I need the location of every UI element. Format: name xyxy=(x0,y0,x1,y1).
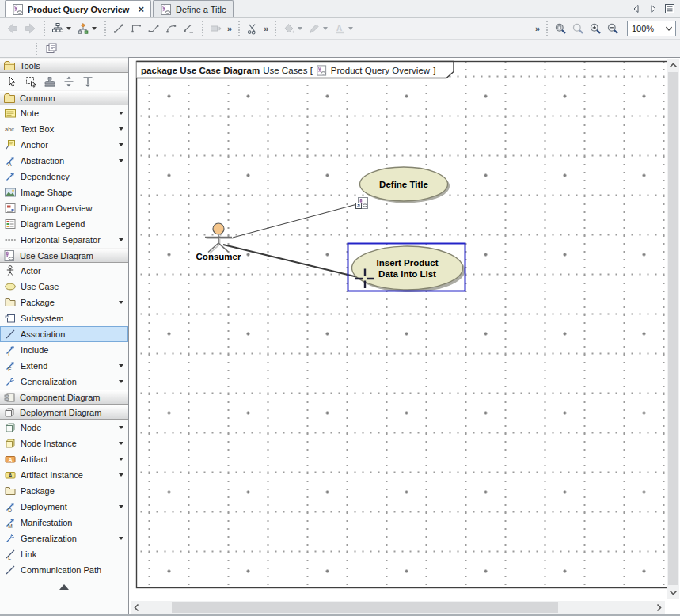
chevron-down-icon[interactable] xyxy=(119,112,123,115)
palette-section-common[interactable]: Common xyxy=(0,90,128,105)
chevron-down-icon[interactable] xyxy=(119,537,123,540)
chevron-down-icon[interactable] xyxy=(348,27,353,30)
vertical-scrollbar-thumb[interactable] xyxy=(668,72,678,585)
diagram-shortcut-icon[interactable] xyxy=(356,198,368,209)
chevron-down-icon[interactable] xyxy=(119,426,123,429)
palette-scroll-up-button[interactable] xyxy=(0,580,128,593)
scroll-tabs-right-icon[interactable] xyxy=(647,2,659,15)
scroll-tabs-left-icon[interactable] xyxy=(630,2,643,15)
line-style-oblique-button[interactable] xyxy=(110,20,127,37)
palette-item-text-box[interactable]: abc Text Box xyxy=(0,121,128,137)
palette-item-include[interactable]: I Include xyxy=(0,342,128,358)
palette-item-link[interactable]: L Link xyxy=(0,546,128,562)
toolbar-drag-handle[interactable] xyxy=(35,43,38,55)
association-line-define-title[interactable] xyxy=(233,204,357,238)
palette-item-generalization-deployment[interactable]: Generalization xyxy=(0,530,128,546)
palette-item-dependency[interactable]: Dependency xyxy=(0,169,128,184)
line-style-rectilinear-button[interactable] xyxy=(127,20,145,37)
group-select-tool-icon[interactable] xyxy=(25,75,38,89)
overflow-chevron[interactable]: » xyxy=(535,24,539,33)
line-style-bent-button[interactable] xyxy=(145,20,162,37)
palette-section-use-case-diagram[interactable]: Use Case Diagram xyxy=(0,248,128,263)
zoom-original-button[interactable] xyxy=(569,20,587,37)
scroll-down-icon[interactable] xyxy=(667,587,679,599)
chevron-down-icon[interactable] xyxy=(323,27,328,30)
actor-consumer[interactable]: Consumer xyxy=(196,223,241,261)
chevron-down-icon[interactable] xyxy=(66,27,71,30)
palette-item-subsystem[interactable]: Subsystem xyxy=(0,310,128,326)
scroll-left-icon[interactable] xyxy=(131,601,142,614)
line-style-curved-button[interactable] xyxy=(162,20,180,37)
line-color-button[interactable] xyxy=(306,20,323,37)
palette-item-anchor[interactable]: Anchor xyxy=(0,137,128,153)
chevron-down-icon[interactable] xyxy=(119,238,123,241)
chevron-down-icon[interactable] xyxy=(298,27,302,30)
zoom-out-button[interactable] xyxy=(604,20,621,37)
palette-item-association[interactable]: Association xyxy=(0,326,128,342)
chevron-down-icon[interactable] xyxy=(119,143,123,146)
cut-button[interactable] xyxy=(244,20,261,37)
chevron-down-icon[interactable] xyxy=(92,27,97,30)
overflow-chevron[interactable]: » xyxy=(264,24,268,33)
scroll-up-icon[interactable] xyxy=(667,59,679,71)
fill-color-button[interactable] xyxy=(280,20,298,37)
palette-item-image-shape[interactable]: Image Shape xyxy=(0,184,128,200)
chevron-down-icon[interactable] xyxy=(119,301,123,304)
chevron-down-icon[interactable] xyxy=(119,505,123,508)
show-in-tree-button[interactable] xyxy=(49,20,66,37)
association-line-insert-product[interactable] xyxy=(223,245,364,279)
horizontal-scrollbar-thumb[interactable] xyxy=(172,602,558,613)
palette-item-package[interactable]: Package xyxy=(0,295,128,310)
palette-section-component-diagram[interactable]: Component Diagram xyxy=(0,390,128,405)
add-element-button[interactable] xyxy=(74,20,92,37)
chevron-down-icon[interactable] xyxy=(119,442,123,445)
refactor-button[interactable] xyxy=(207,20,225,37)
back-button[interactable] xyxy=(4,20,21,37)
palette-item-package-deployment[interactable]: Package xyxy=(0,483,128,499)
vertical-spacing-tool-icon[interactable] xyxy=(63,75,76,89)
chevron-down-icon[interactable] xyxy=(119,159,123,162)
horizontal-scrollbar[interactable] xyxy=(131,601,665,614)
palette-item-generalization[interactable]: Generalization xyxy=(0,374,128,390)
chevron-down-icon[interactable] xyxy=(119,364,123,367)
palette-item-node[interactable]: Node xyxy=(0,420,128,435)
chevron-down-icon[interactable] xyxy=(664,24,674,33)
use-case-define-title[interactable]: Define Title xyxy=(360,167,450,203)
palette-item-use-case[interactable]: Use Case xyxy=(0,279,128,295)
palette-item-diagram-legend[interactable]: Diagram Legend xyxy=(0,216,128,232)
palette-item-extend[interactable]: E Extend xyxy=(0,358,128,374)
line-style-custom-button[interactable] xyxy=(180,20,197,37)
palette-item-note[interactable]: Note xyxy=(0,105,128,121)
palette-item-actor[interactable]: Actor xyxy=(0,263,128,279)
palette-section-deployment-diagram[interactable]: Deployment Diagram xyxy=(0,405,128,420)
sticky-mode-tool-icon[interactable] xyxy=(44,75,57,89)
palette-item-artifact-instance[interactable]: A Artifact Instance xyxy=(0,467,128,483)
palette-item-horizontal-separator[interactable]: Horizontal Separator xyxy=(0,232,128,248)
overflow-chevron[interactable]: » xyxy=(227,24,231,33)
pointer-tool-icon[interactable] xyxy=(6,75,19,89)
palette-item-abstraction[interactable]: A Abstraction xyxy=(0,153,128,169)
palette-item-communication-path[interactable]: Communication Path xyxy=(0,562,128,578)
chevron-down-icon[interactable] xyxy=(119,380,123,383)
chevron-down-icon[interactable] xyxy=(119,473,123,477)
tab-list-icon[interactable] xyxy=(663,2,676,15)
zoom-region-button[interactable] xyxy=(552,20,569,37)
vertical-scrollbar[interactable] xyxy=(667,59,679,599)
diagram-canvas[interactable]: Consumer Define Title Insert xyxy=(129,58,680,615)
palette-item-artifact[interactable]: A Artifact xyxy=(0,451,128,467)
chevron-down-icon[interactable] xyxy=(119,458,123,461)
palette-item-node-instance[interactable]: Node Instance xyxy=(0,435,128,451)
palette-item-manifestation[interactable]: M Manifestation xyxy=(0,515,128,530)
close-icon[interactable]: × xyxy=(138,6,144,13)
tab-product-query-overview[interactable]: Product Query Overview × xyxy=(5,0,151,17)
diagrams-button[interactable] xyxy=(43,40,60,57)
chevron-down-icon[interactable] xyxy=(119,127,123,131)
zoom-in-button[interactable] xyxy=(587,20,604,37)
palette-item-diagram-overview[interactable]: Diagram Overview xyxy=(0,200,128,216)
horizontal-spacing-tool-icon[interactable] xyxy=(82,75,95,89)
palette-item-deployment[interactable]: D Deployment xyxy=(0,499,128,515)
forward-button[interactable] xyxy=(21,20,39,37)
palette-section-tools[interactable]: Tools xyxy=(0,58,128,73)
tab-define-a-title[interactable]: Define a Title xyxy=(153,0,234,17)
scroll-right-icon[interactable] xyxy=(653,601,665,614)
